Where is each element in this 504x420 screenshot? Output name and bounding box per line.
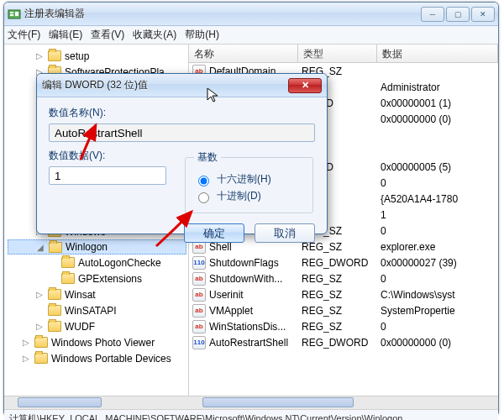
svg-rect-1 — [10, 12, 13, 13]
tree-item-label: GPExtensions — [78, 273, 142, 285]
folder-icon — [48, 50, 61, 61]
table-row[interactable]: 110AutoRestrartShellREG_DWORD0x00000000 … — [189, 334, 498, 350]
value-data: 0 — [377, 273, 498, 285]
radix-legend: 基数 — [194, 150, 221, 165]
svg-rect-2 — [10, 14, 13, 16]
app-icon — [8, 8, 21, 21]
radix-hex-radio[interactable] — [198, 176, 209, 186]
value-type: REG_SZ — [298, 321, 377, 333]
maximize-button[interactable]: ▢ — [446, 7, 470, 22]
table-row[interactable]: abShutdownWith...REG_SZ0 — [189, 270, 498, 286]
value-name: VMApplet — [209, 305, 253, 317]
folder-icon — [48, 289, 61, 300]
value-string-icon: ab — [192, 272, 206, 286]
minimize-button[interactable]: ─ — [421, 7, 444, 22]
value-data: {A520A1A4-1780 — [377, 193, 498, 205]
statusbar: 计算机\HKEY_LOCAL_MACHINE\SOFTWARE\Microsof… — [4, 409, 498, 420]
value-type: REG_DWORD — [298, 337, 377, 349]
expand-icon[interactable]: ▷ — [21, 354, 31, 363]
menu-file[interactable]: 文件(F) — [8, 28, 40, 42]
window-title: 注册表编辑器 — [24, 7, 421, 21]
expand-icon[interactable]: ▷ — [34, 322, 45, 331]
value-string-icon: ab — [192, 288, 206, 302]
value-name: ShutdownWith... — [209, 273, 282, 285]
col-type[interactable]: 类型 — [298, 45, 377, 62]
value-type: REG_SZ — [298, 289, 377, 301]
radix-hex[interactable]: 十六进制(H) — [194, 172, 304, 186]
folder-icon — [48, 321, 61, 332]
menu-favorites[interactable]: 收藏夹(A) — [133, 28, 176, 42]
menubar: 文件(F) 编辑(E) 查看(V) 收藏夹(A) 帮助(H) — [4, 26, 498, 45]
expand-icon[interactable]: ▷ — [21, 338, 31, 347]
list-header[interactable]: 名称 类型 数据 — [189, 45, 498, 63]
menu-help[interactable]: 帮助(H) — [185, 28, 219, 42]
value-data: 1 — [377, 209, 498, 221]
value-data: C:\Windows\syst — [377, 289, 498, 301]
value-data: 0x00000005 (5) — [377, 161, 498, 173]
value-name-label: 数值名称(N): — [49, 106, 315, 120]
value-data: 0x00000001 (1) — [377, 97, 498, 109]
folder-icon — [61, 273, 75, 284]
tree-item[interactable]: ▷setup — [8, 48, 186, 64]
value-name: AutoRestrartShell — [209, 337, 288, 349]
ok-button[interactable]: 确定 — [184, 223, 244, 243]
folder-icon — [61, 257, 75, 268]
expand-icon[interactable]: ▷ — [34, 290, 45, 299]
folder-icon — [34, 337, 48, 348]
value-data-input[interactable] — [49, 166, 166, 185]
col-data[interactable]: 数据 — [377, 45, 498, 62]
folder-icon — [34, 353, 48, 364]
table-row[interactable]: 110ShutdownFlagsREG_DWORD0x00000027 (39) — [189, 255, 498, 270]
value-string-icon: ab — [192, 320, 206, 333]
value-data: SystemPropertie — [377, 305, 498, 317]
value-data: explorer.exe — [377, 241, 498, 253]
value-type: REG_DWORD — [298, 257, 377, 269]
value-dword-icon: 110 — [192, 256, 206, 270]
value-data: 0 — [377, 225, 498, 237]
value-data: Administrator — [377, 81, 498, 93]
tree-item-label: Windows Portable Devices — [51, 353, 171, 365]
value-name-input[interactable] — [49, 123, 315, 142]
tree-item[interactable]: WinSATAPI — [8, 302, 186, 318]
close-button[interactable]: ✕ — [471, 7, 495, 22]
radix-dec-radio[interactable] — [198, 192, 209, 203]
table-row[interactable]: abWinStationsDis...REG_SZ0 — [189, 318, 498, 334]
value-type: REG_SZ — [298, 273, 377, 285]
titlebar[interactable]: 注册表编辑器 ─ ▢ ✕ — [4, 3, 498, 26]
menu-edit[interactable]: 编辑(E) — [49, 28, 82, 42]
tree-item-label: Windows Photo Viewer — [51, 337, 155, 349]
table-row[interactable]: abVMAppletREG_SZSystemPropertie — [189, 302, 498, 318]
value-data: 0 — [377, 321, 498, 333]
radix-dec[interactable]: 十进制(D) — [194, 189, 304, 203]
tree-item-label: AutoLogonChecke — [78, 257, 161, 269]
cancel-button[interactable]: 取消 — [255, 223, 315, 243]
dialog-titlebar[interactable]: 编辑 DWORD (32 位)值 ✕ — [37, 74, 327, 97]
value-name: ShutdownFlags — [209, 257, 279, 269]
dialog-close-button[interactable]: ✕ — [288, 78, 322, 93]
radix-group: 基数 十六进制(H) 十进制(D) — [185, 150, 313, 213]
menu-view[interactable]: 查看(V) — [91, 28, 124, 42]
value-data-label: 数值数据(V): — [49, 149, 166, 163]
value-data: 0x00000000 (0) — [377, 337, 498, 349]
value-data: 0x00000027 (39) — [377, 257, 498, 269]
tree-item-label: setup — [65, 50, 89, 62]
svg-rect-3 — [15, 12, 18, 16]
col-name[interactable]: 名称 — [189, 45, 298, 62]
tree-item-label: WUDF — [65, 321, 95, 333]
tree-item[interactable]: ▷Windows Portable Devices — [8, 350, 186, 366]
tree-item[interactable]: ▷Winsat — [8, 286, 186, 302]
expand-icon[interactable]: ▷ — [34, 51, 45, 60]
table-row[interactable]: abUserinitREG_SZC:\Windows\syst — [189, 286, 498, 302]
tree-item-label: Winsat — [65, 289, 96, 301]
tree-item[interactable]: GPExtensions — [8, 270, 186, 286]
tree-item[interactable]: ▷WUDF — [8, 318, 186, 334]
value-name: Userinit — [209, 289, 244, 301]
dialog-title: 编辑 DWORD (32 位)值 — [42, 78, 288, 92]
value-data: 0x00000000 (0) — [377, 113, 498, 125]
tree-item-label: WinSATAPI — [65, 305, 117, 317]
edit-dword-dialog: 编辑 DWORD (32 位)值 ✕ 数值名称(N): 数值数据(V): 基数 … — [36, 73, 328, 234]
value-data: 0 — [377, 177, 498, 189]
tree-item[interactable]: ▷Windows Photo Viewer — [8, 334, 186, 350]
tree-item[interactable]: AutoLogonChecke — [8, 255, 186, 270]
folder-icon — [48, 305, 61, 316]
